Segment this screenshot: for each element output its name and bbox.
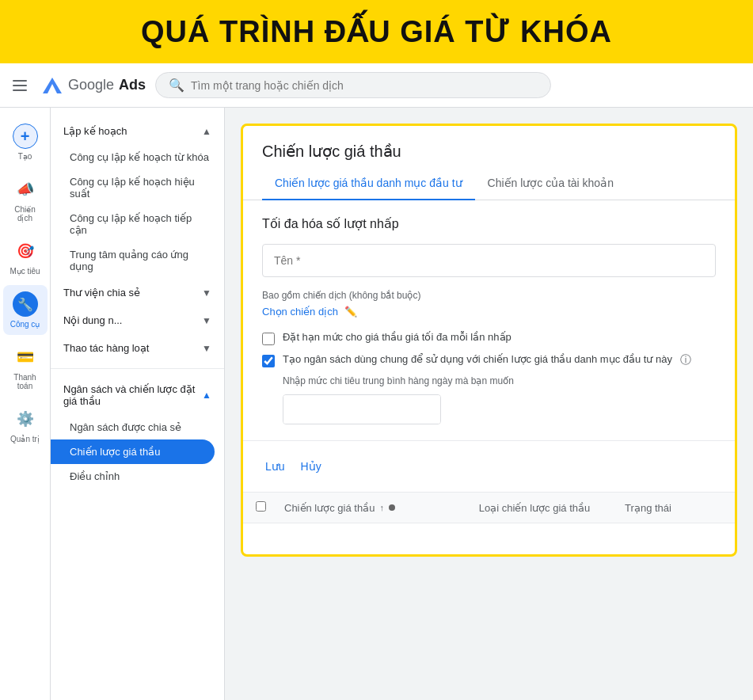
checkbox2-label: Tạo ngân sách dùng chung để sử dụng với … xyxy=(283,353,672,365)
sidebar-item-billing[interactable]: 💳 Thanh toán xyxy=(3,338,48,397)
tabs: Chiến lược giá thầu danh mục đầu tư Chiế… xyxy=(243,167,735,200)
chevron-up-icon: ▲ xyxy=(202,126,211,137)
sidebar-label-billing: Thanh toán xyxy=(6,373,44,390)
checkbox2[interactable] xyxy=(262,355,275,367)
sidebar-label-tools: Công cụ xyxy=(10,320,40,329)
tab-portfolio[interactable]: Chiến lược giá thầu danh mục đầu tư xyxy=(262,167,475,200)
sidebar-item-create[interactable]: + Tạo xyxy=(3,117,48,167)
table-header: Chiến lược giá thầu ↑ Loại chiến lược gi… xyxy=(243,492,735,523)
col-type-label: Loại chiến lược giá thầu xyxy=(479,502,590,514)
sidebar-item-campaigns[interactable]: 📣 Chiến dịch xyxy=(3,170,48,229)
form-actions: Lưu Hủy xyxy=(243,440,735,492)
cancel-button[interactable]: Hủy xyxy=(298,454,325,479)
name-input[interactable] xyxy=(262,244,716,277)
nav-item-keyword-planner[interactable]: Công cụ lập kế hoạch từ khóa xyxy=(51,145,224,169)
form-subtitle: Tối đa hóa số lượt nhấp xyxy=(262,216,716,231)
table-section: Chiến lược giá thầu ↑ Loại chiến lược gi… xyxy=(243,492,735,554)
bid-strategy-card: Chiến lược giá thầu Chiến lược giá thầu … xyxy=(241,124,737,557)
select-all-checkbox[interactable] xyxy=(256,501,266,512)
tab-account[interactable]: Chiến lược của tài khoản xyxy=(475,167,626,200)
table-empty-row xyxy=(243,523,735,554)
sidebar-item-admin[interactable]: ⚙️ Quản trị xyxy=(3,400,48,450)
nav-item-bid-strategy[interactable]: Chiến lược giá thầu xyxy=(51,439,215,464)
nav-item-shared-budget[interactable]: Ngân sách được chia sẻ xyxy=(51,415,224,439)
search-icon: 🔍 xyxy=(169,78,184,93)
include-campaigns-label: Bao gồm chiến dịch (không bắt buộc) xyxy=(262,290,716,301)
table-col-type: Loại chiến lược giá thầu xyxy=(479,502,625,514)
checkbox2-row: Tạo ngân sách dùng chung để sử dụng với … xyxy=(262,353,716,367)
left-nav: Lập kế hoạch ▲ Công cụ lập kế hoạch từ k… xyxy=(51,108,225,700)
sidebar-label-admin: Quản trị xyxy=(10,435,40,443)
nav-item-app-center[interactable]: Trung tâm quảng cáo ứng dụng xyxy=(51,242,224,279)
banner-title: QUÁ TRÌNH ĐẤU GIÁ TỪ KHÓA xyxy=(141,15,612,48)
google-ads-logo: Google Ads xyxy=(41,76,146,95)
budget-input[interactable] xyxy=(283,395,441,424)
chevron-down-icon: ▼ xyxy=(202,343,211,354)
table-col-name[interactable]: Chiến lược giá thầu ↑ xyxy=(284,502,479,514)
form-section: Tối đa hóa số lượt nhấp Bao gồm chiến dị… xyxy=(243,200,735,440)
nav-section-ngan-sach[interactable]: Ngân sách và chiến lược đặt giá thầu ▲ xyxy=(51,375,224,415)
nav-section-label: Nội dung n... xyxy=(63,314,123,326)
search-input[interactable] xyxy=(191,79,538,92)
nav-section-lap-ke-hoach[interactable]: Lập kế hoạch ▲ xyxy=(51,117,224,145)
top-banner: QUÁ TRÌNH ĐẤU GIÁ TỪ KHÓA xyxy=(0,0,753,63)
sidebar-label-campaigns: Chiến dịch xyxy=(6,205,44,223)
table-select-all-cell xyxy=(256,500,284,515)
save-button[interactable]: Lưu xyxy=(262,454,288,479)
nav-item-adjust[interactable]: Điều chỉnh xyxy=(51,464,224,489)
nav-section-label: Lập kế hoạch xyxy=(63,125,127,137)
sort-icon[interactable]: ↑ xyxy=(379,503,384,512)
help-icon[interactable]: ⓘ xyxy=(680,353,691,367)
sidebar-icons: + Tạo 📣 Chiến dịch 🎯 Mục tiêu 🔧 Công cụ … xyxy=(0,108,51,700)
sidebar-item-tools[interactable]: 🔧 Công cụ xyxy=(3,285,48,335)
menu-icon[interactable] xyxy=(13,76,32,95)
sidebar-item-goals[interactable]: 🎯 Mục tiêu xyxy=(3,232,48,282)
col-name-label: Chiến lược giá thầu xyxy=(284,502,375,514)
chevron-down-icon: ▼ xyxy=(202,315,211,326)
main-layout: + Tạo 📣 Chiến dịch 🎯 Mục tiêu 🔧 Công cụ … xyxy=(0,108,753,700)
budget-note: Nhập mức chi tiêu trung bình hàng ngày m… xyxy=(262,375,716,386)
nav-section-thu-vien[interactable]: Thư viện chia sẻ ▼ xyxy=(51,279,224,306)
nav-item-performance-planner[interactable]: Công cụ lập kế hoạch hiệu suất xyxy=(51,169,224,206)
checkbox1-label: Đặt hạn mức cho giá thầu giá tối đa mỗi … xyxy=(283,331,512,343)
google-text: Google xyxy=(68,77,114,93)
nav-section-thao-tac[interactable]: Thao tác hàng loạt ▼ xyxy=(51,334,224,362)
sidebar-label-create: Tạo xyxy=(18,152,32,161)
nav-section-label: Thư viện chia sẻ xyxy=(63,287,140,299)
sidebar-label-goals: Mục tiêu xyxy=(10,267,40,276)
status-dot xyxy=(389,504,395,511)
ads-text: Ads xyxy=(119,77,146,93)
chevron-up-icon: ▲ xyxy=(202,390,211,401)
checkbox1[interactable] xyxy=(262,333,275,345)
card-title: Chiến lược giá thầu xyxy=(243,126,735,161)
table-col-status: Trạng thái xyxy=(625,502,722,514)
top-nav: Google Ads 🔍 xyxy=(0,63,753,108)
budget-input-wrap: đ xyxy=(283,394,441,424)
select-campaign-link[interactable]: Chọn chiến dịch xyxy=(262,306,338,318)
main-content: Chiến lược giá thầu Chiến lược giá thầu … xyxy=(225,108,753,700)
chevron-down-icon: ▼ xyxy=(202,287,211,299)
nav-item-reach-planner[interactable]: Công cụ lập kế hoạch tiếp cận xyxy=(51,206,224,242)
edit-icon[interactable]: ✏️ xyxy=(344,306,357,318)
col-status-label: Trạng thái xyxy=(625,502,671,514)
checkbox1-row: Đặt hạn mức cho giá thầu giá tối đa mỗi … xyxy=(262,331,716,345)
nav-section-noi-dung[interactable]: Nội dung n... ▼ xyxy=(51,306,224,334)
nav-section-label: Ngân sách và chiến lược đặt giá thầu xyxy=(63,383,202,407)
search-bar[interactable]: 🔍 xyxy=(155,72,551,98)
nav-section-label: Thao tác hàng loạt xyxy=(63,342,149,354)
